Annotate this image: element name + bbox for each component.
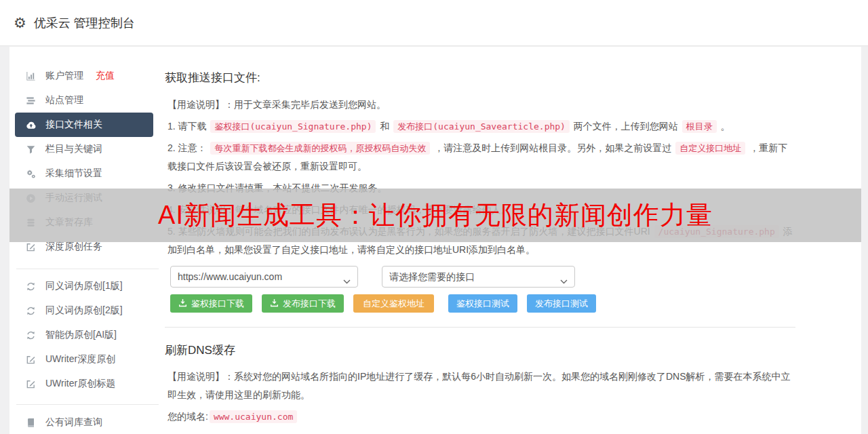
book-icon: [24, 417, 37, 428]
dns-section-title: 刷新DNS缓存: [165, 342, 795, 359]
sidebar-item-sites[interactable]: 站点管理: [15, 88, 153, 113]
gear-icon: ⚙: [14, 16, 26, 30]
custom-auth-address-button[interactable]: 自定义鉴权地址: [353, 294, 434, 313]
promo-overlay-text: AI新闻生成工具：让你拥有无限的新闻创作力量: [158, 198, 713, 233]
bar-chart-icon: [24, 71, 37, 81]
domain-select[interactable]: https://www.ucaiyun.com: [170, 266, 358, 288]
usage-note: 【用途说明】：用于文章采集完毕后发送到您网站。: [165, 96, 795, 114]
sidebar-item-label: 站点管理: [45, 94, 83, 106]
button-row: 鉴权接口下载 发布接口下载 自定义鉴权地址 鉴权接口测试 发布接口测试: [170, 294, 795, 313]
code-auth-warning: 每次重新下载都会生成新的授权码，原授权码自动失效: [210, 142, 430, 155]
sidebar-item-label: 采集细节设置: [45, 167, 102, 180]
instruction-2: 2. 注意： 每次重新下载都会生成新的授权码，原授权码自动失效 ，请注意及时上传…: [165, 139, 795, 176]
signature-test-button[interactable]: 鉴权接口测试: [448, 294, 517, 313]
gears-icon: [24, 168, 37, 179]
app-title: 优采云 管理控制台: [34, 15, 135, 31]
code-root-dir: 根目录: [682, 120, 717, 133]
sidebar-item-label: 账户管理: [45, 70, 83, 82]
publish-download-button[interactable]: 发布接口下载: [262, 294, 344, 313]
sidebar-item-label: UWriter深度原创: [45, 353, 115, 366]
sidebar-item-collection-settings[interactable]: 采集细节设置: [15, 161, 153, 186]
sidebar-item-label: 深度原创任务: [45, 241, 102, 253]
sidebar-item-columns-keywords[interactable]: 栏目与关键词: [15, 137, 153, 161]
sidebar-item-synonym-v2[interactable]: 同义词伪原创[2版]: [15, 298, 153, 323]
dns-usage-note: 【用途说明】：系统对您的网站域名所指向的IP地址进行了缓存，默认每6小时自动刷新…: [165, 368, 795, 404]
dns-domain-line: 您的域名:www.ucaiyun.com: [165, 408, 795, 426]
sidebar-item-label: 同义词伪原创[2版]: [45, 304, 123, 317]
sidebar-item-label: 接口文件相关: [45, 119, 102, 131]
edit-icon: [24, 378, 37, 389]
sidebar-item-label: UWriter原创标题: [45, 378, 115, 390]
edit-icon: [24, 354, 37, 365]
sidebar-item-smart-ai[interactable]: 智能伪原创[AI版]: [15, 323, 153, 347]
sidebar-divider: [16, 404, 159, 405]
refresh-icon: [24, 305, 37, 316]
publish-test-button[interactable]: 发布接口测试: [527, 294, 596, 313]
code-your-domain: www.ucaiyun.com: [210, 410, 297, 423]
domain-select-wrap: https://www.ucaiyun.com: [170, 266, 358, 288]
recharge-badge[interactable]: 充值: [96, 70, 115, 82]
section-divider: [165, 327, 795, 328]
sidebar-item-account[interactable]: 账户管理 充值: [15, 64, 153, 88]
refresh-icon: [24, 281, 37, 292]
filter-icon: [24, 144, 37, 155]
sidebar-item-label: 公有词库查询: [45, 416, 102, 429]
download-icon: [270, 298, 279, 309]
section-title: 获取推送接口文件:: [165, 70, 795, 86]
interface-select-wrap: 请选择您需要的接口: [382, 266, 575, 288]
sidebar-item-public-thesaurus[interactable]: 公有词库查询: [15, 410, 153, 434]
app-header: ⚙ 优采云 管理控制台: [0, 0, 868, 46]
controls-row: https://www.ucaiyun.com 请选择您需要的接口: [170, 266, 795, 288]
cloud-upload-icon: [24, 119, 37, 130]
sidebar-item-uwriter-title[interactable]: UWriter原创标题: [15, 372, 153, 396]
interface-select[interactable]: 请选择您需要的接口: [382, 266, 575, 288]
code-custom-api-address: 自定义接口地址: [675, 142, 745, 155]
signature-download-button[interactable]: 鉴权接口下载: [170, 294, 252, 313]
code-savearticle-file: 发布接口(ucaiyun_Savearticle.php): [393, 120, 570, 133]
edit-icon: [24, 241, 37, 252]
sidebar-item-label: 栏目与关键词: [45, 143, 102, 155]
sidebar-divider: [16, 269, 159, 269]
site-list-icon: [24, 95, 37, 106]
sidebar-item-interface-files[interactable]: 接口文件相关: [15, 113, 153, 137]
sidebar-item-synonym-v1[interactable]: 同义词伪原创[1版]: [15, 274, 153, 298]
sidebar-item-label: 同义词伪原创[1版]: [45, 280, 123, 292]
sidebar-item-uwriter-deep[interactable]: UWriter深度原创: [15, 347, 153, 372]
instruction-1: 1. 请下载 鉴权接口(ucaiyun_Signature.php) 和 发布接…: [165, 117, 795, 136]
sidebar-item-label: 智能伪原创[AI版]: [45, 329, 117, 341]
download-icon: [178, 298, 187, 309]
code-signature-file: 鉴权接口(ucaiyun_Signature.php): [210, 120, 376, 133]
refresh-icon: [24, 330, 37, 340]
promo-overlay-banner: AI新闻生成工具：让你拥有无限的新闻创作力量: [9, 189, 861, 242]
